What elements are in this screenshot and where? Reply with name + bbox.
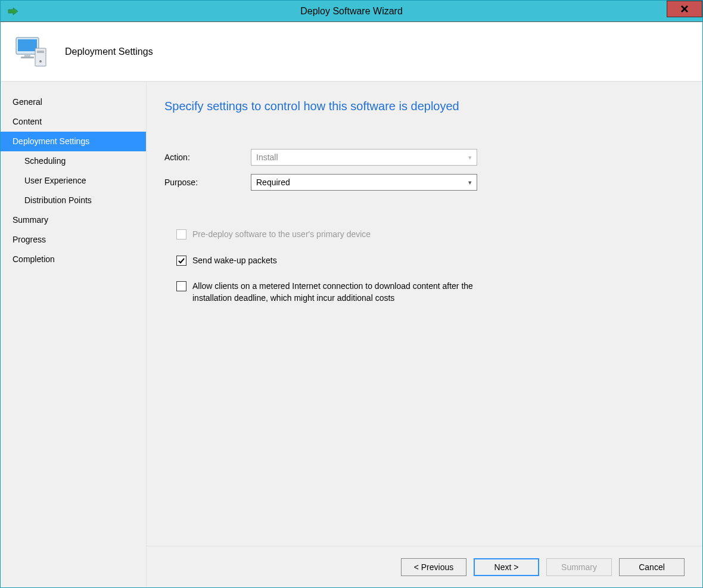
purpose-dropdown[interactable]: Required ▾	[251, 174, 477, 191]
purpose-value: Required	[256, 178, 290, 187]
purpose-row: Purpose: Required ▾	[164, 174, 685, 191]
main-heading: Specify settings to control how this sof…	[164, 99, 685, 113]
checkbox-group: Pre-deploy software to the user's primar…	[164, 229, 685, 318]
button-footer: < Previous Next > Summary Cancel	[147, 546, 702, 587]
wakeup-row: Send wake-up packets	[176, 255, 685, 267]
titlebar-arrow-icon	[7, 7, 18, 16]
nav-item-scheduling[interactable]: Scheduling	[1, 151, 146, 171]
action-dropdown: Install ▾	[251, 149, 477, 166]
wizard-window: Deploy Software Wizard Deployment Settin…	[0, 0, 703, 588]
nav-item-deployment-settings[interactable]: Deployment Settings	[1, 132, 146, 151]
svg-rect-1	[18, 39, 37, 51]
predeploy-label: Pre-deploy software to the user's primar…	[192, 229, 371, 241]
metered-label: Allow clients on a metered Internet conn…	[192, 281, 490, 304]
purpose-label: Purpose:	[164, 178, 251, 187]
next-button[interactable]: Next >	[474, 558, 539, 576]
metered-row: Allow clients on a metered Internet conn…	[176, 281, 685, 304]
window-title: Deploy Software Wizard	[1, 6, 702, 17]
chevron-down-icon: ▾	[468, 179, 472, 186]
svg-rect-3	[21, 57, 34, 58]
nav-item-distribution-points[interactable]: Distribution Points	[1, 191, 146, 210]
nav-item-completion[interactable]: Completion	[1, 250, 146, 269]
nav-item-general[interactable]: General	[1, 92, 146, 112]
nav-item-summary[interactable]: Summary	[1, 210, 146, 230]
wakeup-label: Send wake-up packets	[192, 255, 277, 267]
action-value: Install	[256, 153, 278, 162]
predeploy-row: Pre-deploy software to the user's primar…	[176, 229, 685, 241]
nav-item-progress[interactable]: Progress	[1, 230, 146, 250]
svg-rect-5	[37, 51, 44, 53]
metered-checkbox[interactable]	[176, 281, 186, 291]
computer-icon	[13, 33, 51, 71]
previous-button[interactable]: < Previous	[401, 558, 466, 576]
nav-sidebar: General Content Deployment Settings Sche…	[1, 82, 147, 587]
summary-button: Summary	[546, 558, 612, 576]
svg-rect-2	[24, 54, 30, 57]
nav-item-user-experience[interactable]: User Experience	[1, 171, 146, 191]
action-row: Action: Install ▾	[164, 149, 685, 166]
nav-item-content[interactable]: Content	[1, 112, 146, 132]
wizard-body: General Content Deployment Settings Sche…	[1, 82, 702, 587]
cancel-button[interactable]: Cancel	[619, 558, 685, 576]
titlebar: Deploy Software Wizard	[1, 1, 702, 22]
close-button[interactable]	[667, 1, 702, 17]
main-panel: Specify settings to control how this sof…	[147, 82, 702, 587]
predeploy-checkbox	[176, 229, 186, 239]
wakeup-checkbox[interactable]	[176, 256, 186, 266]
svg-point-6	[39, 60, 42, 63]
wizard-header: Deployment Settings	[1, 22, 702, 82]
chevron-down-icon: ▾	[468, 154, 472, 161]
action-label: Action:	[164, 153, 251, 162]
page-title: Deployment Settings	[65, 46, 153, 57]
